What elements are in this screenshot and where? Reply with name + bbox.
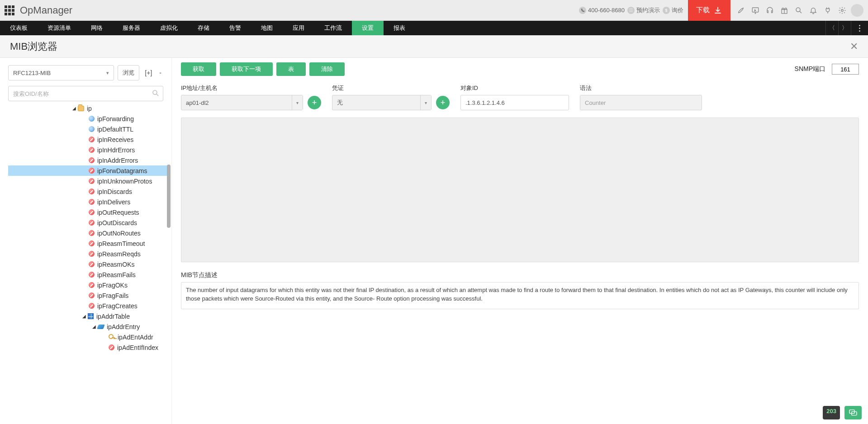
monitor-icon[interactable]: [749, 5, 761, 16]
avatar[interactable]: [851, 4, 863, 17]
bell-icon[interactable]: [807, 5, 819, 16]
collapse-all[interactable]: -: [157, 69, 163, 76]
nav-item-8[interactable]: 应用: [283, 21, 314, 35]
tree-node-ipfragfails[interactable]: ipFragFails: [8, 290, 169, 301]
nav-more[interactable]: [851, 21, 868, 35]
headset-icon[interactable]: [764, 5, 776, 16]
get-next-button[interactable]: 获取下一项: [220, 62, 273, 76]
phone-badge[interactable]: 400-660-8680: [579, 7, 625, 14]
tree-node-ipindiscards[interactable]: ipInDiscards: [8, 186, 169, 197]
nav-item-10[interactable]: 设置: [352, 21, 384, 35]
topbar: OpManager 400-660-8680 ☷ 预约演示 $ 询价 下载: [0, 0, 868, 21]
download-icon: [713, 6, 722, 15]
expand-all[interactable]: [+]: [143, 69, 154, 76]
table-button[interactable]: 表: [276, 62, 306, 76]
nav-next[interactable]: 〉: [838, 21, 851, 35]
page-header: MIB浏览器 ✕: [0, 35, 868, 58]
page-title: MIB浏览器: [10, 40, 57, 53]
nav-prev[interactable]: 〈: [825, 21, 838, 35]
clear-button[interactable]: 清除: [309, 62, 345, 76]
tree-node-ipinaddrerrors[interactable]: ipInAddrErrors: [8, 155, 169, 165]
svg-point-3: [841, 9, 844, 11]
readonly-icon: [89, 188, 95, 194]
nav-item-3[interactable]: 服务器: [113, 21, 150, 35]
add-cred-button[interactable]: +: [436, 96, 450, 109]
gift-icon[interactable]: [778, 5, 790, 16]
quote-link[interactable]: $ 询价: [663, 6, 683, 14]
nav-item-7[interactable]: 地图: [251, 21, 283, 35]
tree-node-ipreasmtimeout[interactable]: ipReasmTimeout: [8, 238, 169, 249]
snmp-port-input[interactable]: [832, 64, 859, 75]
readonly-icon: [89, 199, 95, 205]
chevron-down-icon: ▾: [292, 95, 303, 110]
download-button[interactable]: 下载: [688, 0, 730, 21]
tree-node-ipforwdatagrams[interactable]: ipForwDatagrams: [8, 165, 169, 176]
nav-item-1[interactable]: 资源清单: [38, 21, 81, 35]
tree-node-ipreasmoks[interactable]: ipReasmOKs: [8, 259, 169, 269]
chat-button[interactable]: [844, 406, 862, 419]
tree-node-ipoutrequests[interactable]: ipOutRequests: [8, 207, 169, 217]
syntax-output: Counter: [580, 95, 702, 110]
mib-select[interactable]: RFC1213-MIB: [8, 65, 114, 80]
tree-node-ipforwarding[interactable]: ipForwarding: [8, 113, 169, 124]
cred-select[interactable]: 无 ▾: [332, 95, 432, 110]
search-icon[interactable]: [793, 5, 805, 16]
demo-link[interactable]: ☷ 预约演示: [627, 6, 660, 14]
nav-item-5[interactable]: 存储: [188, 21, 219, 35]
tree-node-ipoutdiscards[interactable]: ipOutDiscards: [8, 217, 169, 228]
readonly-icon: [89, 178, 95, 184]
chat-icon: [849, 409, 858, 416]
add-host-button[interactable]: +: [308, 96, 321, 109]
tree-entry-ipaddrentry[interactable]: ◢ ipAddrEntry: [8, 321, 169, 332]
result-area: [181, 118, 859, 262]
collapse-icon[interactable]: ◢: [81, 314, 88, 319]
tree-node-ipadentaddr[interactable]: ipAdEntAddr: [8, 332, 169, 342]
gear-icon[interactable]: [836, 5, 848, 16]
close-icon[interactable]: ✕: [850, 41, 858, 52]
nav-item-2[interactable]: 网络: [81, 21, 113, 35]
search-input[interactable]: [8, 86, 163, 101]
alarm-count-badge[interactable]: 203: [823, 406, 840, 419]
desc-label: MIB节点描述: [181, 271, 859, 279]
apps-grid-icon[interactable]: [5, 5, 14, 15]
tree-node-ipinunknownprotos[interactable]: ipInUnknownProtos: [8, 176, 169, 186]
host-select[interactable]: ap01-dl2 ▾: [181, 95, 303, 110]
tree-node-ipreasmfails[interactable]: ipReasmFails: [8, 269, 169, 280]
chevron-down-icon: ▾: [420, 95, 431, 110]
plug-icon[interactable]: [822, 5, 834, 16]
tree-table-ipaddrtable[interactable]: ◢ ipAddrTable: [8, 311, 169, 321]
readonly-icon: [89, 137, 95, 142]
main-content: 获取 获取下一项 表 清除 SNMP端口 IP地址/主机名 ap01-dl2 ▾…: [172, 58, 868, 424]
oid-input[interactable]: .1.3.6.1.2.1.4.6: [460, 95, 569, 110]
rocket-icon[interactable]: [735, 5, 747, 16]
scrollbar-thumb[interactable]: [167, 165, 171, 228]
nav-item-0[interactable]: 仪表板: [0, 21, 38, 35]
snmp-port-label: SNMP端口: [795, 65, 825, 73]
svg-point-2: [796, 8, 800, 12]
collapse-icon[interactable]: ◢: [71, 106, 78, 111]
tree-node-ipadentifindex[interactable]: ipAdEntIfIndex: [8, 342, 169, 353]
nav-item-4[interactable]: 虚拟化: [150, 21, 188, 35]
tree-node-ipfragcreates[interactable]: ipFragCreates: [8, 301, 169, 311]
tree-node-ipdefaultttl[interactable]: ipDefaultTTL: [8, 124, 169, 134]
cred-label: 凭证: [332, 84, 450, 92]
readonly-icon: [89, 240, 95, 246]
get-button[interactable]: 获取: [181, 62, 216, 76]
search-glass-icon: [152, 89, 160, 97]
nav-item-9[interactable]: 工作流: [314, 21, 352, 35]
calendar-icon: ☷: [627, 7, 635, 14]
tree-folder-ip[interactable]: ◢ ip: [8, 103, 169, 113]
readonly-icon: [89, 157, 95, 163]
tree-node-ipfragoks[interactable]: ipFragOKs: [8, 280, 169, 290]
tree-node-ipreasmreqds[interactable]: ipReasmReqds: [8, 249, 169, 259]
browse-button[interactable]: 浏览: [118, 65, 139, 80]
readonly-icon: [89, 251, 95, 257]
topbar-right: 400-660-8680 ☷ 预约演示 $ 询价 下载: [579, 0, 863, 21]
tree-node-ipoutnoroutes[interactable]: ipOutNoRoutes: [8, 228, 169, 238]
tree-node-ipindelivers[interactable]: ipInDelivers: [8, 197, 169, 207]
nav-item-6[interactable]: 告警: [219, 21, 251, 35]
readonly-icon: [89, 303, 95, 309]
tree-node-ipinreceives[interactable]: ipInReceives: [8, 134, 169, 145]
tree-node-ipinhdrerrors[interactable]: ipInHdrErrors: [8, 145, 169, 155]
nav-item-11[interactable]: 报表: [384, 21, 415, 35]
